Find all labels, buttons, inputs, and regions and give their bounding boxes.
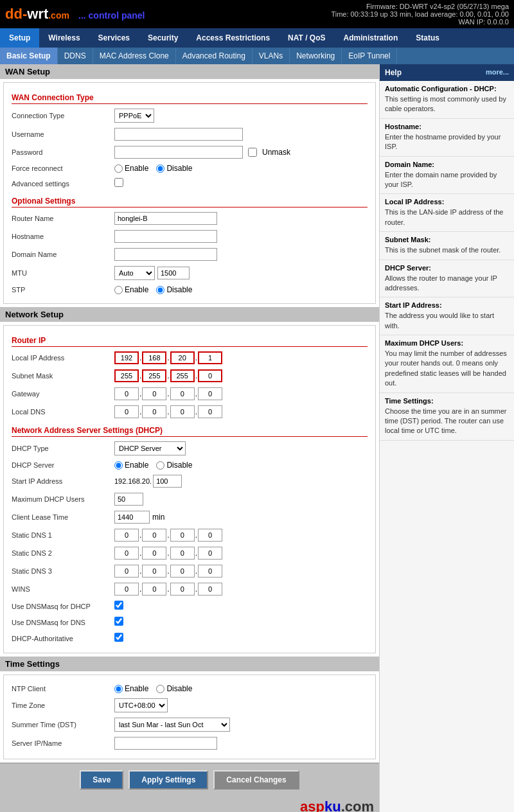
local-dns-2[interactable]	[142, 405, 166, 418]
content-wrapper: WAN Setup WAN Connection Type Connection…	[0, 64, 514, 812]
connection-type-select[interactable]: PPPoE DHCP Static PPTP	[114, 109, 154, 123]
static-dns2-1[interactable]	[114, 547, 139, 560]
dhcp-server-disable-radio[interactable]	[156, 461, 164, 470]
stp-enable-label[interactable]: Enable	[114, 285, 148, 294]
main-nav-item-security[interactable]: Security	[139, 28, 187, 48]
lease-time-input[interactable]	[114, 511, 150, 524]
sub-nav-item-advanced-routing[interactable]: Advanced Routing	[176, 48, 253, 64]
username-label: Username	[12, 130, 114, 138]
main-nav-item-services[interactable]: Services	[89, 28, 139, 48]
dhcp-type-select[interactable]: DHCP Server DHCP Forwarder	[114, 441, 186, 455]
start-ip-suffix-input[interactable]	[153, 475, 182, 488]
force-reconnect-disable-label[interactable]: Disable	[156, 164, 192, 173]
sub-nav-item-mac-address-clone[interactable]: MAC Address Clone	[93, 48, 176, 64]
dhcp-server-enable-label[interactable]: Enable	[114, 461, 148, 470]
local-dns-1[interactable]	[114, 405, 139, 418]
start-ip-prefix: 192.168.20.	[114, 477, 152, 485]
main-nav-item-access-restrictions[interactable]: Access Restrictions	[187, 28, 279, 48]
unmask-checkbox[interactable]	[248, 148, 257, 157]
dhcp-server-disable-label[interactable]: Disable	[156, 461, 192, 470]
apply-button[interactable]: Apply Settings	[128, 770, 208, 790]
sidebar-help-text: Help	[385, 68, 402, 77]
timezone-select[interactable]: UTC+08:00 UTC UTC-05:00	[114, 698, 168, 712]
subnet-mask-2[interactable]	[142, 369, 166, 382]
summer-time-select[interactable]: last Sun Mar - last Sun Oct None	[114, 718, 230, 732]
wins-2[interactable]	[142, 583, 166, 596]
ntp-disable-label[interactable]: Disable	[156, 684, 192, 693]
static-dns3-1[interactable]	[114, 565, 139, 578]
advanced-settings-checkbox[interactable]	[114, 178, 123, 187]
subnet-mask-4[interactable]	[198, 369, 222, 382]
mtu-type-select[interactable]: Auto Manual	[114, 266, 155, 280]
stp-disable-label[interactable]: Disable	[156, 285, 192, 294]
force-reconnect-enable-text: Enable	[125, 164, 148, 173]
gateway-label: Gateway	[12, 390, 114, 398]
password-input[interactable]	[114, 146, 243, 159]
domain-name-input[interactable]	[114, 248, 217, 261]
hostname-input[interactable]	[114, 230, 217, 243]
wins-1[interactable]	[114, 583, 139, 596]
gateway-1[interactable]	[114, 387, 139, 400]
force-reconnect-enable-label[interactable]: Enable	[114, 164, 148, 173]
local-ip-1[interactable]	[114, 351, 139, 364]
static-dns1-2[interactable]	[142, 529, 166, 542]
local-ip-3[interactable]	[170, 351, 195, 364]
ntp-enable-radio[interactable]	[114, 685, 123, 693]
static-dns3-4[interactable]	[198, 565, 222, 578]
main-nav-item-setup[interactable]: Setup	[0, 28, 39, 48]
main-nav-item-status[interactable]: Status	[407, 28, 448, 48]
static-dns1-1[interactable]	[114, 529, 139, 542]
dhcp-authoritative-checkbox[interactable]	[114, 633, 123, 642]
main-nav-item-administration[interactable]: Administration	[335, 28, 407, 48]
sub-nav-item-basic-setup[interactable]: Basic Setup	[0, 48, 58, 64]
mtu-size-input[interactable]	[157, 267, 190, 279]
static-dns2-2[interactable]	[142, 547, 166, 560]
force-reconnect-disable-radio[interactable]	[156, 164, 164, 173]
wins-4[interactable]	[198, 583, 222, 596]
dnsmasq-dns-checkbox[interactable]	[114, 617, 123, 626]
sub-nav-item-ddns[interactable]: DDNS	[58, 48, 93, 64]
router-name-input[interactable]	[114, 212, 217, 225]
ntp-enable-label[interactable]: Enable	[114, 684, 148, 693]
main-nav-item-wireless[interactable]: Wireless	[39, 28, 89, 48]
ntp-disable-text: Disable	[166, 684, 192, 693]
mtu-row: MTU Auto Manual	[12, 265, 368, 281]
force-reconnect-enable-radio[interactable]	[114, 164, 123, 173]
main-nav-item-nat--qos[interactable]: NAT / QoS	[279, 28, 334, 48]
stp-disable-radio[interactable]	[156, 286, 164, 294]
local-dns-4[interactable]	[198, 405, 222, 418]
local-dns-row: Local DNS . . .	[12, 404, 368, 419]
gateway-3[interactable]	[170, 387, 195, 400]
gateway-2[interactable]	[142, 387, 166, 400]
subnet-mask-3[interactable]	[170, 369, 195, 382]
subnet-mask-1[interactable]	[114, 369, 139, 382]
static-dns1-4[interactable]	[198, 529, 222, 542]
local-ip-4[interactable]	[198, 351, 222, 364]
dnsmasq-dhcp-checkbox[interactable]	[114, 601, 123, 610]
wins-3[interactable]	[170, 583, 195, 596]
static-dns2-4[interactable]	[198, 547, 222, 560]
gateway-4[interactable]	[198, 387, 222, 400]
static-dns2-3[interactable]	[170, 547, 195, 560]
local-dns-3[interactable]	[170, 405, 195, 418]
cancel-button[interactable]: Cancel Changes	[213, 770, 299, 790]
sidebar-section-title: Automatic Configuration - DHCP:	[385, 85, 509, 93]
sidebar-more-link[interactable]: more...	[486, 68, 509, 77]
sub-nav-item-networking[interactable]: Networking	[290, 48, 342, 64]
username-input[interactable]	[114, 128, 243, 141]
wan-connection-type-title: WAN Connection Type	[12, 93, 368, 104]
save-button[interactable]: Save	[80, 770, 123, 790]
sidebar-section-text: The address you would like to start with…	[385, 311, 509, 331]
ntp-disable-radio[interactable]	[156, 685, 164, 693]
static-dns1-3[interactable]	[170, 529, 195, 542]
static-dns3-2[interactable]	[142, 565, 166, 578]
local-ip-2[interactable]	[142, 351, 166, 364]
stp-enable-radio[interactable]	[114, 286, 123, 294]
sub-nav-item-eoip-tunnel[interactable]: EoIP Tunnel	[342, 48, 397, 64]
subnet-mask-control: . . .	[114, 369, 368, 382]
sub-nav-item-vlans[interactable]: VLANs	[253, 48, 290, 64]
server-ip-input[interactable]	[114, 737, 217, 750]
static-dns3-3[interactable]	[170, 565, 195, 578]
max-users-input[interactable]	[114, 493, 143, 506]
dhcp-server-enable-radio[interactable]	[114, 461, 123, 470]
